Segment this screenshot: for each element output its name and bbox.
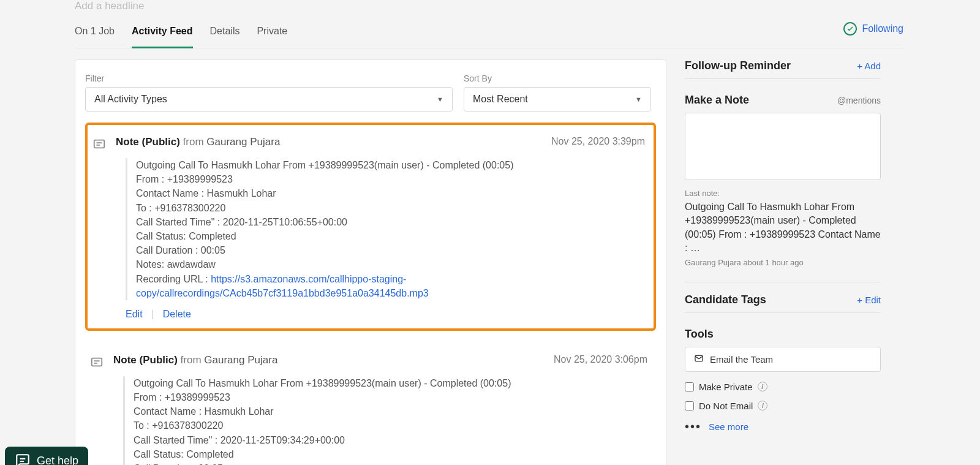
tools-title: Tools [685, 328, 714, 341]
checkbox-input[interactable] [685, 382, 694, 391]
make-private-label: Make Private [699, 382, 753, 392]
tab-private[interactable]: Private [257, 20, 287, 48]
chevron-down-icon: ▼ [635, 96, 642, 103]
recording-label: Recording URL : [136, 274, 211, 284]
separator: | [151, 309, 154, 319]
note-line: Contact Name : Hasmukh Lohar [136, 186, 645, 200]
followup-title: Follow-up Reminder [685, 59, 791, 72]
note-icon [90, 355, 104, 369]
sort-value: Most Recent [473, 94, 528, 105]
note-textarea[interactable] [685, 113, 881, 180]
note-line: Call Started Time" : 2020-11-25T09:34:29… [134, 433, 647, 447]
do-not-email-label: Do Not Email [699, 401, 753, 411]
note-line: Outgoing Call To Hasmukh Lohar From +193… [136, 158, 645, 172]
note-line: Call Status: Completed [136, 229, 645, 243]
candidate-tags-title: Candidate Tags [685, 293, 766, 306]
make-note-title: Make a Note [685, 94, 749, 107]
checkbox-input[interactable] [685, 401, 694, 410]
note-author: Gaurang Pujara [204, 354, 277, 366]
note-line: From : +19389999523 [134, 390, 647, 404]
edit-button[interactable]: Edit [126, 309, 143, 319]
email-team-button[interactable]: Email the Team [685, 347, 881, 372]
note-body: Outgoing Call To Hasmukh Lohar From +193… [126, 158, 645, 300]
sort-dropdown[interactable]: Most Recent ▼ [464, 87, 651, 112]
last-note-label: Last note: [685, 189, 881, 198]
note-line: Call Duration : 00:05 [136, 243, 645, 257]
following-label: Following [862, 23, 903, 34]
note-line: Notes: awdawdaw [136, 257, 645, 271]
note-title: Note (Public) from Gaurang Pujara [116, 136, 280, 148]
note-line: From : +19389999523 [136, 172, 645, 186]
info-icon[interactable]: i [758, 382, 767, 391]
chevron-down-icon: ▼ [437, 96, 443, 103]
note-timestamp: Nov 25, 2020 3:06pm [554, 354, 647, 366]
filter-value: All Activity Types [94, 94, 167, 105]
delete-button[interactable]: Delete [163, 309, 191, 319]
do-not-email-checkbox[interactable]: Do Not Email i [685, 401, 881, 411]
note-item: Note (Public) from Gaurang Pujara Nov 25… [85, 343, 656, 465]
filter-label: Filter [85, 74, 453, 83]
tabs: On 1 Job Activity Feed Details Private F… [75, 20, 903, 48]
following-toggle[interactable]: Following [843, 22, 903, 45]
note-actions: Edit | Delete [126, 309, 645, 320]
note-line: Recording URL : https://s3.amazonaws.com… [136, 272, 645, 300]
note-line: Call Status: Completed [134, 447, 647, 461]
note-line: Outgoing Call To Hasmukh Lohar From +193… [134, 376, 647, 390]
last-note-meta: Gaurang Pujara about 1 hour ago [685, 258, 881, 267]
from-word: from [181, 354, 202, 366]
sidebar: Follow-up Reminder + Add Make a Note @me… [685, 59, 881, 465]
note-line: To : +916378300220 [134, 418, 647, 433]
note-visibility-label: Note (Public) [113, 354, 178, 366]
svg-rect-3 [92, 358, 102, 366]
mentions-hint[interactable]: @mentions [837, 96, 881, 105]
get-help-widget[interactable]: Get help [5, 447, 88, 465]
note-body: Outgoing Call To Hasmukh Lohar From +193… [123, 376, 647, 465]
from-word: from [183, 136, 204, 148]
note-item-highlighted: Note (Public) from Gaurang Pujara Nov 25… [85, 123, 656, 331]
headline-placeholder[interactable]: Add a headline [75, 0, 980, 20]
note-icon [92, 137, 106, 151]
sort-label: Sort By [464, 74, 651, 83]
note-timestamp: Nov 25, 2020 3:39pm [551, 136, 645, 148]
make-private-checkbox[interactable]: Make Private i [685, 382, 881, 392]
note-line: To : +916378300220 [136, 201, 645, 215]
email-team-label: Email the Team [710, 354, 773, 365]
info-icon[interactable]: i [758, 401, 767, 410]
edit-tags-button[interactable]: + Edit [857, 295, 881, 305]
filter-dropdown[interactable]: All Activity Types ▼ [85, 87, 453, 112]
get-help-label: Get help [37, 455, 78, 465]
dots-icon: ••• [685, 420, 701, 434]
tab-on-job[interactable]: On 1 Job [75, 20, 115, 48]
note-visibility-label: Note (Public) [116, 136, 180, 148]
note-line: Call Duration : 00:05 [134, 461, 647, 465]
tab-activity-feed[interactable]: Activity Feed [132, 20, 193, 48]
see-more-button[interactable]: ••• See more [685, 420, 881, 434]
add-followup-button[interactable]: + Add [857, 61, 881, 71]
check-circle-icon [843, 22, 857, 36]
mail-icon [694, 353, 704, 365]
svg-rect-0 [94, 140, 105, 148]
note-line: Call Started Time" : 2020-11-25T10:06:55… [136, 215, 645, 229]
note-author: Gaurang Pujara [206, 136, 280, 148]
note-title: Note (Public) from Gaurang Pujara [113, 354, 277, 366]
see-more-label: See more [709, 422, 748, 432]
note-line: Contact Name : Hasmukh Lohar [134, 404, 647, 418]
activity-feed-panel: Filter All Activity Types ▼ Sort By Most… [75, 59, 666, 465]
last-note-text: Outgoing Call To Hasmukh Lohar From +193… [685, 200, 881, 255]
chat-icon [15, 453, 31, 465]
tab-details[interactable]: Details [210, 20, 240, 48]
